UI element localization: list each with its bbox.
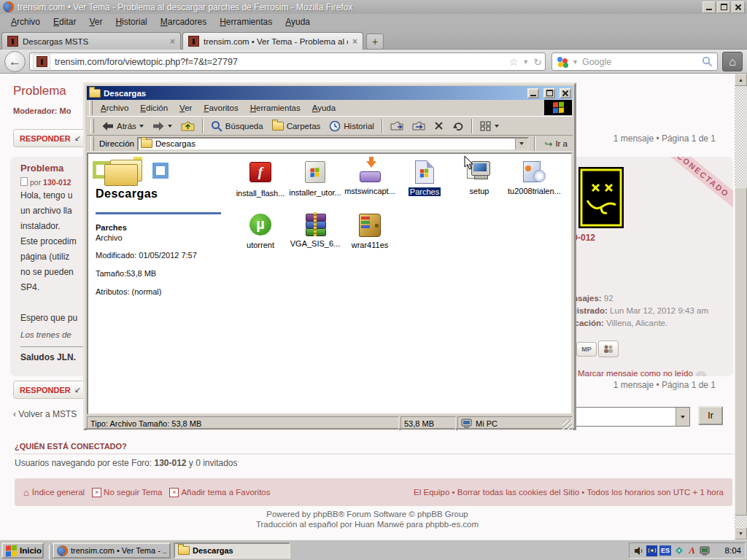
post-title[interactable]: Problema: [20, 163, 63, 174]
unsubscribe-link[interactable]: No seguir Tema: [104, 488, 162, 497]
page-scrollbar[interactable]: ▲ ▼: [735, 74, 747, 540]
select-dropdown-button[interactable]: [676, 408, 689, 426]
jump-go-button[interactable]: Ir: [698, 406, 723, 425]
user-avatar: [578, 167, 624, 228]
tab-ver-tema[interactable]: trensim.com • Ver Tema - Problema al des…: [182, 32, 363, 50]
minimize-button[interactable]: [527, 88, 539, 98]
scrollbar-thumb[interactable]: [735, 187, 747, 516]
search-engine-dropdown-icon[interactable]: ▼: [572, 58, 578, 66]
tab-close-icon[interactable]: ×: [352, 36, 357, 47]
menu-ayuda[interactable]: Ayuda: [279, 15, 317, 29]
index-link[interactable]: Índice general: [32, 488, 85, 497]
magnifier-icon[interactable]: [702, 56, 713, 67]
resize-grip[interactable]: [562, 420, 572, 429]
back-button[interactable]: ←: [4, 51, 26, 72]
minimize-button[interactable]: [703, 1, 716, 13]
file-tu2008trial[interactable]: tu2008trialen...: [506, 160, 562, 195]
tab-descargas-msts[interactable]: Descargas MSTS ×: [1, 32, 181, 50]
url-text[interactable]: trensim.com/foro/viewtopic.php?f=7&t=277…: [55, 57, 505, 67]
file-parches[interactable]: Parches: [397, 160, 452, 196]
url-bar[interactable]: trensim.com/foro/viewtopic.php?f=7&t=277…: [29, 52, 546, 71]
bottom-bar-right-links[interactable]: El Equipo • Borrar todas las cookies del…: [414, 488, 724, 497]
tab-close-icon[interactable]: ×: [170, 36, 175, 47]
explorer-titlebar[interactable]: Descargas: [87, 86, 573, 100]
menu-edicion[interactable]: Edición: [134, 102, 174, 114]
unsubscribe-icon: ×: [92, 488, 101, 497]
bookmark-star-icon[interactable]: ☆: [509, 56, 519, 68]
private-message-button[interactable]: MP: [576, 342, 597, 357]
menu-ver[interactable]: Ver: [82, 15, 109, 29]
reload-icon[interactable]: ↻: [533, 56, 542, 68]
new-tab-button[interactable]: +: [366, 34, 384, 50]
favorite-link[interactable]: Añadir tema a Favoritos: [181, 488, 270, 497]
go-button[interactable]: ↪ Ir a: [541, 137, 571, 151]
file-install-flash[interactable]: f install_flash...: [233, 160, 288, 198]
undo-button[interactable]: [449, 120, 468, 132]
firefox-menubar: Archivo Editar Ver Historial Marcadores …: [0, 14, 747, 29]
folders-button[interactable]: Carpetas: [268, 120, 325, 132]
antivirus-icon[interactable]: A: [686, 545, 697, 556]
menu-historial[interactable]: Historial: [109, 15, 153, 29]
google-logo-icon[interactable]: [557, 56, 568, 68]
taskbar-clock[interactable]: 8:04: [725, 546, 741, 555]
menu-ver[interactable]: Ver: [174, 102, 198, 114]
who-user[interactable]: 130-012: [154, 458, 186, 468]
forward-button[interactable]: [149, 120, 176, 133]
close-button[interactable]: [732, 1, 745, 13]
back-button[interactable]: Atrás: [98, 120, 147, 133]
file-utorrent[interactable]: µ utorrent: [233, 212, 288, 249]
home-button[interactable]: ⌂: [722, 52, 743, 71]
menu-archivo[interactable]: Archivo: [4, 15, 47, 29]
post-signature: Los trenes de: [20, 330, 71, 339]
folder-icon: [89, 89, 101, 98]
file-mstswincapt[interactable]: mstswincapt...: [342, 160, 398, 195]
post-author-link[interactable]: 130-012: [43, 178, 71, 187]
back-to-forum-link[interactable]: ‹ Volver a MSTS: [13, 409, 77, 419]
network-icon[interactable]: [646, 545, 657, 556]
menu-archivo[interactable]: Archivo: [95, 102, 134, 114]
sis-utility-icon[interactable]: [673, 545, 684, 556]
task-explorer[interactable]: Descargas: [174, 542, 290, 559]
top-arrow-icon[interactable]: ▲: [695, 371, 707, 377]
menu-ayuda[interactable]: Ayuda: [306, 102, 341, 114]
file-installer-utorrent[interactable]: installer_utor...: [287, 160, 343, 197]
file-vga-sis[interactable]: VGA_SIS_6...: [287, 212, 343, 248]
up-button[interactable]: [177, 119, 198, 133]
history-dropdown-icon[interactable]: ▼: [522, 58, 529, 66]
copy-to-button[interactable]: [409, 119, 429, 133]
move-to-button[interactable]: [387, 119, 407, 133]
menu-favoritos[interactable]: Favoritos: [198, 102, 244, 114]
search-icon: [211, 120, 222, 132]
delete-button[interactable]: [430, 120, 447, 132]
views-button[interactable]: [476, 120, 503, 133]
display-icon[interactable]: [700, 545, 711, 556]
site-identity-favicon[interactable]: [33, 54, 50, 69]
address-field[interactable]: Descargas: [137, 137, 530, 151]
restore-button[interactable]: [717, 1, 730, 13]
search-button[interactable]: Búsqueda: [207, 119, 267, 133]
language-indicator[interactable]: ES: [659, 545, 671, 556]
file-setup[interactable]: setup: [452, 160, 507, 195]
start-button[interactable]: Inicio: [1, 542, 44, 559]
menu-herramientas[interactable]: Herramientas: [244, 102, 306, 114]
search-box[interactable]: ▼ Google: [551, 52, 718, 71]
menu-marcadores[interactable]: Marcadores: [154, 15, 213, 29]
search-placeholder[interactable]: Google: [582, 57, 698, 67]
history-button[interactable]: Historial: [325, 119, 378, 133]
responder-button-top[interactable]: RESPONDER ↙: [13, 129, 88, 147]
file-wrar411es[interactable]: wrar411es: [342, 212, 398, 249]
scroll-down-button[interactable]: ▼: [735, 527, 747, 540]
profile-button[interactable]: [598, 341, 619, 357]
scroll-up-button[interactable]: ▲: [735, 74, 747, 86]
address-dropdown-button[interactable]: [515, 139, 527, 149]
topic-title[interactable]: Problema: [13, 84, 66, 98]
mark-unread-link[interactable]: Marcar mensaje como no leído ▲: [578, 369, 707, 376]
task-firefox[interactable]: trensim.com • Ver Tema - ...: [53, 542, 171, 559]
menu-herramientas[interactable]: Herramientas: [213, 15, 279, 29]
volume-icon[interactable]: [633, 545, 644, 556]
responder-button-bottom[interactable]: RESPONDER ↙: [13, 381, 88, 399]
explorer-window[interactable]: Descargas Archivo Edición Ver Favoritos …: [83, 82, 576, 430]
maximize-button[interactable]: [543, 88, 555, 98]
close-button[interactable]: [560, 88, 571, 98]
menu-editar[interactable]: Editar: [47, 15, 82, 29]
